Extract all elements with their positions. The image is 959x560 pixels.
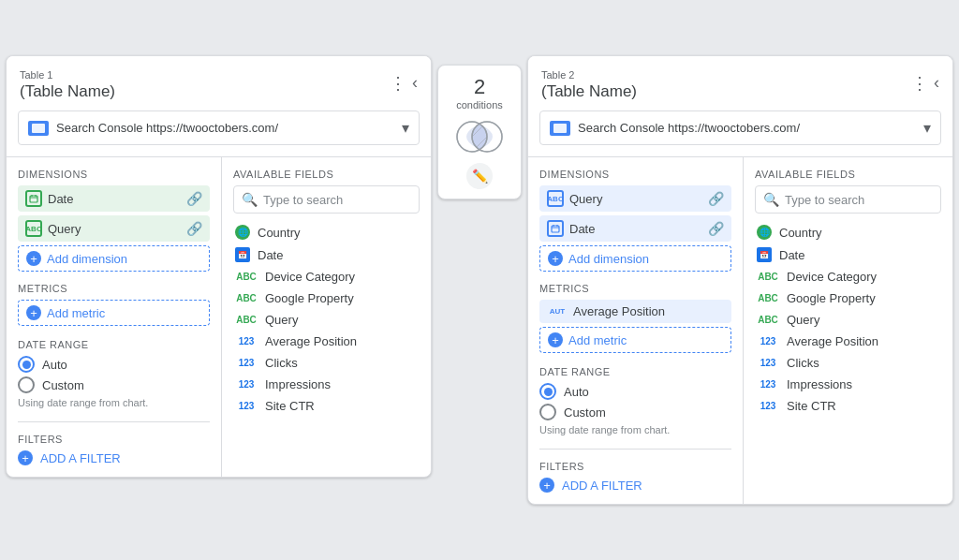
add-filter-button-t2[interactable]: + ADD A FILTER: [539, 478, 731, 493]
datasource-icon: [28, 121, 49, 136]
date-hint-t2: Using date range from chart.: [539, 424, 731, 435]
field-site-ctr[interactable]: 123 Site CTR: [233, 395, 420, 417]
dimension-link-icon: 🔗: [186, 191, 202, 206]
collapse-icon[interactable]: ‹: [412, 73, 418, 94]
field-abc-icon-2: ABC: [235, 293, 258, 303]
table-1-datasource-bar[interactable]: Search Console https://twooctobers.com/ …: [18, 111, 420, 145]
datasource-dropdown-icon-2[interactable]: ▾: [923, 119, 931, 137]
dimension-link-icon-2: 🔗: [186, 221, 202, 236]
field-device-category[interactable]: ABC Device Category: [233, 266, 420, 287]
add-filter-plus-icon-t2: +: [539, 478, 554, 493]
add-metric-button[interactable]: + Add metric: [18, 300, 210, 326]
more-options-icon[interactable]: ⋮: [390, 73, 406, 94]
add-filter-label-t2: ADD A FILTER: [562, 479, 642, 493]
field-site-ctr-t2[interactable]: 123 Site CTR: [755, 395, 941, 417]
field-impressions[interactable]: 123 Impressions: [233, 374, 420, 395]
radio-auto-icon: [18, 356, 35, 373]
filters-section-t2: Filters + ADD A FILTER: [539, 449, 731, 493]
field-country-label-t2: Country: [779, 226, 822, 240]
field-avg-position-label: Average Position: [265, 334, 357, 348]
field-num-icon-t2-2: 123: [757, 358, 779, 368]
field-impressions-label: Impressions: [265, 377, 331, 391]
conditions-count: 2: [474, 75, 485, 99]
field-device-category-label: Device Category: [265, 270, 355, 284]
fields-search-bar[interactable]: 🔍 Type to search: [233, 185, 420, 214]
dimension-link-icon-t2: 🔗: [708, 191, 724, 206]
search-icon-t2: 🔍: [763, 192, 779, 207]
field-clicks-label-t2: Clicks: [787, 356, 819, 370]
date-custom-label-t2: Custom: [564, 405, 606, 420]
main-container: Table 1 (Table Name) ⋮ ‹ Search Console …: [6, 55, 953, 505]
field-google-property-label: Google Property: [265, 291, 354, 305]
field-country-t2[interactable]: 🌐 Country: [755, 221, 941, 243]
field-country-label: Country: [258, 226, 301, 240]
field-query-t2[interactable]: ABC Query: [755, 309, 941, 331]
metrics-section-t2: Metrics AUT Average Position + Add metri…: [539, 283, 731, 353]
metric-avg-position: AUT Average Position: [539, 300, 731, 323]
field-date[interactable]: 📅 Date: [233, 243, 420, 266]
more-options-icon-2[interactable]: ⋮: [911, 73, 928, 94]
field-date-label-t2: Date: [779, 248, 804, 262]
field-abc-icon-t2-3: ABC: [757, 315, 779, 325]
field-google-property-label-t2: Google Property: [787, 291, 876, 305]
table-2-card: Table 2 (Table Name) ⋮ ‹ Search Console …: [527, 55, 953, 505]
add-metric-label: Add metric: [47, 306, 105, 320]
field-query[interactable]: ABC Query: [233, 309, 420, 331]
radio-auto-fill: [22, 361, 31, 369]
dimension-date-t2: Date 🔗: [539, 215, 731, 242]
add-metric-button-t2[interactable]: + Add metric: [539, 327, 731, 353]
metrics-label-t2: Metrics: [539, 283, 731, 294]
datasource-dropdown-icon[interactable]: ▾: [402, 119, 409, 137]
field-num-icon-t2-1: 123: [757, 336, 779, 346]
date-auto-option-t2[interactable]: Auto: [539, 383, 731, 400]
date-custom-option-t2[interactable]: Custom: [539, 404, 731, 420]
field-abc-icon-3: ABC: [235, 315, 258, 325]
add-filter-plus-icon: +: [18, 450, 33, 465]
collapse-icon-2[interactable]: ‹: [934, 73, 939, 94]
field-abc-icon-t2-2: ABC: [757, 293, 779, 303]
field-avg-position-t2[interactable]: 123 Average Position: [755, 331, 941, 352]
table-1-body: Dimensions Date 🔗 ABC Query 🔗 + Add dime…: [7, 156, 431, 477]
table-2-right-panel: Available Fields 🔍 Type to search 🌐 Coun…: [744, 157, 952, 504]
add-dimension-button[interactable]: + Add dimension: [18, 245, 210, 272]
date-custom-label: Custom: [42, 378, 84, 392]
date-auto-option[interactable]: Auto: [18, 356, 210, 373]
field-site-ctr-label: Site CTR: [265, 399, 315, 413]
field-country[interactable]: 🌐 Country: [233, 221, 420, 243]
venn-diagram: [453, 118, 506, 155]
add-filter-label: ADD A FILTER: [40, 451, 121, 465]
field-device-category-t2[interactable]: ABC Device Category: [755, 266, 941, 287]
date-custom-option[interactable]: Custom: [18, 376, 210, 393]
calendar-icon-t2: [547, 220, 564, 237]
field-num-icon-4: 123: [235, 401, 258, 411]
field-date-t2[interactable]: 📅 Date: [755, 243, 941, 266]
field-num-icon-3: 123: [235, 379, 258, 390]
metric-avg-position-label: Average Position: [573, 304, 665, 318]
conditions-widget: 2 conditions: [437, 65, 522, 199]
field-avg-position[interactable]: 123 Average Position: [233, 331, 420, 352]
field-impressions-t2[interactable]: 123 Impressions: [755, 374, 941, 395]
datasource-icon-2: [550, 121, 570, 136]
field-num-icon-t2-4: 123: [757, 401, 779, 411]
add-filter-button[interactable]: + ADD A FILTER: [18, 450, 210, 465]
fields-search-bar-t2[interactable]: 🔍 Type to search: [755, 185, 941, 214]
datasource-icon-inner-2: [553, 124, 567, 133]
table-1-subtitle: Table 1: [20, 69, 115, 81]
table-1-left-panel: Dimensions Date 🔗 ABC Query 🔗 + Add dime…: [7, 157, 222, 477]
field-google-property[interactable]: ABC Google Property: [233, 287, 420, 309]
filters-section: Filters + ADD A FILTER: [18, 421, 210, 465]
table-2-title-block: Table 2 (Table Name): [541, 69, 637, 101]
aut-icon: AUT: [547, 307, 568, 316]
date-hint: Using date range from chart.: [18, 397, 210, 408]
add-dimension-button-t2[interactable]: + Add dimension: [539, 245, 731, 272]
field-query-label: Query: [265, 313, 298, 327]
field-clicks-t2[interactable]: 123 Clicks: [755, 352, 941, 374]
table-1-title-block: Table 1 (Table Name): [20, 69, 115, 101]
field-google-property-t2[interactable]: ABC Google Property: [755, 287, 941, 309]
field-clicks[interactable]: 123 Clicks: [233, 352, 420, 374]
svg-rect-0: [30, 196, 37, 202]
table-2-datasource-bar[interactable]: Search Console https://twooctobers.com/ …: [539, 111, 941, 145]
add-metric-plus-icon: +: [26, 305, 41, 320]
add-metric-plus-icon-t2: +: [548, 332, 563, 347]
edit-conditions-button[interactable]: ✏️: [466, 163, 493, 189]
